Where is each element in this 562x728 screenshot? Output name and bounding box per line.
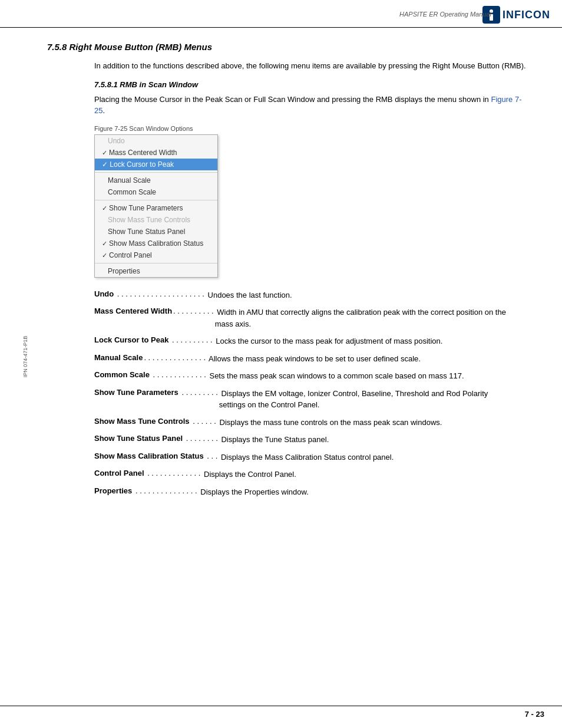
- desc-row-show-mass-tune-controls: Show Mass Tune Controls . . . . . . Disp…: [94, 417, 515, 429]
- inficon-logo-text: INFICON: [503, 9, 550, 21]
- def-show-mass-calibration: Displays the Mass Calibration Status con…: [219, 452, 515, 463]
- menu-item-show-tune-parameters[interactable]: Show Tune Parameters: [95, 202, 217, 214]
- def-control-panel: Displays the Control Panel.: [201, 469, 515, 480]
- term-manual-scale: Manual Scale: [94, 353, 143, 362]
- def-lock-cursor: Locks the cursor to the mass peak for ad…: [214, 335, 515, 347]
- dots-mass-centered-width: . . . . . . . . . .: [173, 307, 214, 315]
- term-show-tune-status: Show Tune Status Panel: [94, 434, 183, 443]
- descriptions-table: Undo . . . . . . . . . . . . . . . . . .…: [94, 289, 515, 498]
- term-mass-centered-width: Mass Centered Width: [94, 307, 172, 315]
- dots-manual-scale: . . . . . . . . . . . . . . .: [144, 353, 206, 362]
- term-common-scale: Common Scale: [94, 370, 150, 379]
- desc-row-common-scale: Common Scale . . . . . . . . . . . . . S…: [94, 370, 515, 382]
- dots-show-mass-tune-controls: . . . . . .: [191, 417, 216, 426]
- context-menu: Undo Mass Centered Width ✓ Lock Cursor t…: [94, 134, 218, 278]
- dots-common-scale: . . . . . . . . . . . . .: [151, 370, 206, 379]
- term-lock-cursor: Lock Cursor to Peak: [94, 335, 168, 344]
- def-properties: Displays the Properties window.: [199, 486, 515, 498]
- page-header: HAPSITE ER Operating Manual INFICON: [0, 0, 562, 28]
- context-menu-figure: Undo Mass Centered Width ✓ Lock Cursor t…: [94, 134, 218, 278]
- menu-item-mass-centered-width[interactable]: Mass Centered Width: [95, 147, 217, 159]
- term-control-panel: Control Panel: [94, 469, 144, 477]
- sidebar-label: IPN 074-471-P1B: [22, 336, 28, 378]
- menu-separator-2: [95, 200, 217, 200]
- def-undo: Undoes the last function.: [206, 289, 515, 301]
- def-show-mass-tune-controls: Displays the mass tune controls on the m…: [217, 417, 515, 429]
- dots-lock-cursor: . . . . . . . . . .: [170, 335, 212, 344]
- desc-row-properties: Properties . . . . . . . . . . . . . . .…: [94, 486, 515, 498]
- desc-row-show-tune-status: Show Tune Status Panel . . . . . . . . D…: [94, 434, 515, 446]
- term-show-mass-tune-controls: Show Mass Tune Controls: [94, 417, 190, 426]
- desc-row-show-mass-calibration: Show Mass Calibration Status . . . Displ…: [94, 452, 515, 463]
- menu-item-show-tune-status[interactable]: Show Tune Status Panel: [95, 226, 217, 238]
- def-common-scale: Sets the mass peak scan windows to a com…: [207, 370, 515, 382]
- desc-row-mass-centered-width: Mass Centered Width . . . . . . . . . . …: [94, 307, 515, 330]
- menu-item-show-mass-tune-controls[interactable]: Show Mass Tune Controls: [95, 214, 217, 226]
- term-show-mass-calibration: Show Mass Calibration Status: [94, 452, 204, 460]
- dots-control-panel: . . . . . . . . . . . . .: [146, 469, 201, 477]
- section-heading: 7.5.8 Right Mouse Button (RMB) Menus: [47, 42, 527, 52]
- logo-area: INFICON: [482, 6, 550, 24]
- term-show-tune-parameters: Show Tune Parameters: [94, 388, 178, 397]
- page-footer: 7 - 23: [0, 706, 562, 722]
- dots-show-tune-parameters: . . . . . . . . .: [180, 388, 218, 397]
- term-properties: Properties: [94, 486, 132, 495]
- dots-show-mass-calibration: . . .: [205, 452, 218, 460]
- menu-item-undo[interactable]: Undo: [95, 135, 217, 147]
- desc-row-control-panel: Control Panel . . . . . . . . . . . . . …: [94, 469, 515, 480]
- page-number: 7 - 23: [525, 710, 544, 719]
- figure-caption: Figure 7-25 Scan Window Options: [94, 125, 527, 132]
- desc-row-show-tune-parameters: Show Tune Parameters . . . . . . . . . D…: [94, 388, 515, 411]
- menu-item-common-scale[interactable]: Common Scale: [95, 186, 217, 198]
- def-show-tune-status: Displays the Tune Status panel.: [219, 434, 515, 446]
- def-mass-centered-width: Width in AMU that correctly aligns the c…: [215, 307, 515, 330]
- term-undo: Undo: [94, 289, 114, 298]
- menu-item-show-mass-calibration[interactable]: Show Mass Calibration Status: [95, 238, 217, 249]
- menu-separator-3: [95, 263, 217, 263]
- menu-item-lock-cursor[interactable]: ✓ Lock Cursor to Peak: [95, 159, 217, 170]
- dots-properties: . . . . . . . . . . . . . . .: [133, 486, 197, 495]
- desc-row-undo: Undo . . . . . . . . . . . . . . . . . .…: [94, 289, 515, 301]
- def-manual-scale: Allows the mass peak windows to be set t…: [207, 353, 515, 365]
- menu-separator-1: [95, 172, 217, 173]
- figure-link[interactable]: Figure 7-25: [94, 95, 521, 116]
- document-title: HAPSITE ER Operating Manual: [399, 11, 491, 18]
- intro-text: In addition to the functions described a…: [94, 60, 527, 72]
- dots-undo: . . . . . . . . . . . . . . . . . . . . …: [115, 289, 204, 298]
- menu-item-manual-scale[interactable]: Manual Scale: [95, 174, 217, 186]
- menu-item-properties[interactable]: Properties: [95, 265, 217, 277]
- main-content: 7.5.8 Right Mouse Button (RMB) Menus In …: [0, 30, 562, 515]
- desc-row-lock-cursor: Lock Cursor to Peak . . . . . . . . . . …: [94, 335, 515, 347]
- subsection-text: Placing the Mouse Cursor in the Peak Sca…: [94, 94, 527, 117]
- menu-item-control-panel[interactable]: Control Panel: [95, 249, 217, 261]
- subsection-heading: 7.5.8.1 RMB in Scan Window: [94, 80, 527, 89]
- def-show-tune-parameters: Displays the EM voltage, Ionizer Control…: [219, 388, 515, 411]
- dots-show-tune-status: . . . . . . . .: [184, 434, 218, 443]
- desc-row-manual-scale: Manual Scale . . . . . . . . . . . . . .…: [94, 353, 515, 365]
